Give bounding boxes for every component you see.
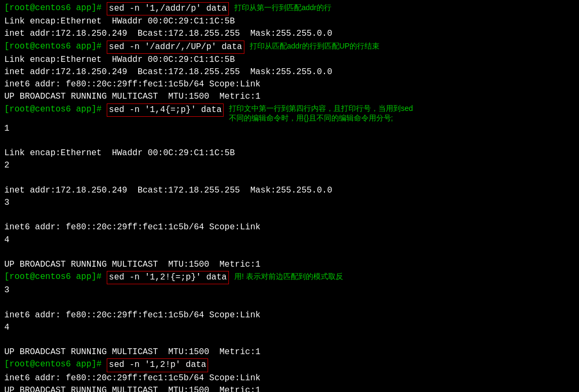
output-line-31: UP BROADCAST RUNNING MULTICAST MTU:1500 … — [4, 385, 575, 392]
terminal-line-22: [root@centos6 app]# sed -n '1,2!{=;p}' d… — [4, 271, 575, 284]
annotation-9: 打印文中第一行到第四行内容，且打印行号，当用到sed不同的编辑命令时，用{}且不… — [229, 103, 413, 123]
prompt-29: [root@centos6 app]# — [4, 358, 107, 371]
output-line-21: UP BROADCAST RUNNING MULTICAST MTU:1500 … — [4, 259, 575, 271]
terminal-line-29: [root@centos6 app]# sed -n '1,2!p' data — [4, 358, 575, 372]
prompt-9: [root@centos6 app]# — [4, 103, 107, 116]
annotation-1: 打印从第一行到匹配addr的行 — [234, 2, 331, 13]
cmd-4: sed -n '/addr/,/UP/p' data — [107, 41, 244, 54]
output-line-16: 3 — [4, 197, 575, 209]
output-line-13: 2 — [4, 159, 575, 172]
output-line-18: inet6 addr: fe80::20c:29ff:fec1:1c5b/64 … — [4, 221, 575, 234]
output-line-11 — [4, 135, 575, 147]
output-line-26: 4 — [4, 322, 575, 334]
prompt-4: [root@centos6 app]# — [4, 41, 107, 53]
output-line-25: inet6 addr: fe80::20c:29ff:fec1:1c5b/64 … — [4, 309, 575, 322]
terminal-line-9: [root@centos6 app]# sed -n '1,4{=;p}' da… — [4, 103, 575, 123]
cmd-22: sed -n '1,2!{=;p}' data — [107, 271, 229, 284]
output-line-23: 3 — [4, 284, 575, 297]
output-line-20 — [4, 246, 575, 259]
terminal: [root@centos6 app]# sed -n '1,/addr/p' d… — [0, 0, 579, 392]
prompt-22: [root@centos6 app]# — [4, 271, 107, 283]
cmd-9: sed -n '1,4{=;p}' data — [107, 103, 224, 117]
output-line-8: UP BROADCAST RUNNING MULTICAST MTU:1500 … — [4, 91, 575, 103]
terminal-line-1: [root@centos6 app]# sed -n '1,/addr/p' d… — [4, 2, 575, 15]
terminal-line-4: [root@centos6 app]# sed -n '/addr/,/UP/p… — [4, 41, 575, 54]
output-line-17 — [4, 209, 575, 221]
output-line-14 — [4, 172, 575, 185]
output-line-5: Link encap:Ethernet HWaddr 00:0C:29:C1:1… — [4, 54, 575, 66]
output-line-7: inet6 addr: fe80::20c:29ff:fec1:1c5b/64 … — [4, 78, 575, 91]
annotation-4: 打印从匹配addr的行到匹配UP的行结束 — [250, 41, 379, 51]
output-line-12: Link encap:Ethernet HWaddr 00:0C:29:C1:1… — [4, 147, 575, 159]
output-line-2: Link encap:Ethernet HWaddr 00:0C:29:C1:1… — [4, 15, 575, 28]
cmd-29: sed -n '1,2!p' data — [107, 358, 208, 372]
output-line-19: 4 — [4, 234, 575, 246]
output-line-15: inet addr:172.18.250.249 Bcast:172.18.25… — [4, 185, 575, 197]
output-line-10: 1 — [4, 123, 575, 135]
output-line-6: inet addr:172.18.250.249 Bcast:172.18.25… — [4, 66, 575, 78]
prompt-1: [root@centos6 app]# — [4, 2, 107, 14]
annotation-22: 用! 表示对前边匹配到的模式取反 — [234, 271, 343, 282]
output-line-3: inet addr:172.18.250.249 Bcast:172.18.25… — [4, 28, 575, 40]
output-line-27 — [4, 334, 575, 346]
output-line-30: inet6 addr: fe80::20c:29ff:fec1:1c5b/64 … — [4, 372, 575, 385]
cmd-1: sed -n '1,/addr/p' data — [107, 2, 229, 15]
output-line-24 — [4, 297, 575, 309]
output-line-28: UP BROADCAST RUNNING MULTICAST MTU:1500 … — [4, 346, 575, 358]
